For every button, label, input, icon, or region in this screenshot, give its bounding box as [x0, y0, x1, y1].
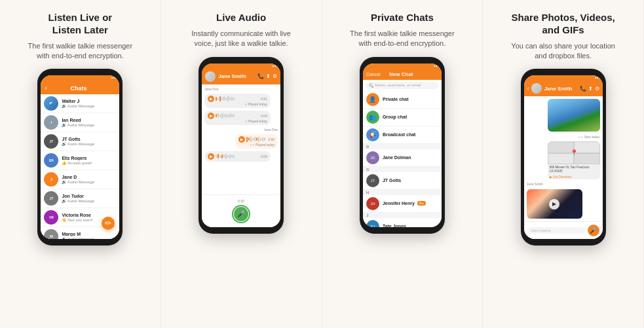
avatar: JT [44, 191, 58, 206]
back-button[interactable]: ‹ [527, 85, 529, 92]
play-button[interactable]: ▶ [208, 96, 214, 102]
chat-item[interactable]: ER Eliz Rogers👍 Sounds great! [41, 151, 119, 170]
avatar: 🌊 [44, 96, 58, 111]
phone-4: ‹ Jane Smith 📞 ⬆ ⚙ ✓✓ Sent today [521, 69, 606, 246]
chat-item[interactable]: JT JT Gotts🔊 Audio Message [41, 132, 119, 151]
avatar: ER [44, 153, 58, 168]
phone-icon[interactable]: 📞 [580, 86, 586, 92]
contact-jane-dolman[interactable]: JD Jane Dolman [363, 149, 442, 167]
chat-item[interactable]: JT Jon Tudor🔊 Audio Message [41, 189, 119, 208]
gear-icon[interactable]: ⚙ [595, 86, 599, 92]
contact-tate-jones[interactable]: TJ Tate Jones [363, 218, 442, 227]
panel-private-desc: The first walkie talkie messenger with e… [350, 29, 455, 49]
audio-messages: Jane Doe ▶ 0:31 ✓ Played today ▶ [202, 84, 280, 194]
status-bar-4 [524, 75, 603, 81]
input-area: Start typing... 🎤 [524, 221, 603, 239]
new-chat-item-broadcast[interactable]: 📢 Broadcast chat [363, 126, 442, 144]
mic-button[interactable]: 🎤 [234, 207, 248, 221]
search-bar[interactable]: 🔍 Name, username, or email [366, 82, 439, 89]
cancel-button[interactable]: Cancel [366, 72, 381, 77]
avatar: J [44, 172, 58, 187]
panel-listen: Listen Live or Listen Later The first wa… [0, 0, 161, 328]
phone-3: Cancel New Chat 🔍 Name, username, or ema… [360, 57, 445, 234]
video-play-button[interactable]: ▶ [549, 199, 559, 210]
photos-header: ‹ Jane Smith 📞 ⬆ ⚙ [524, 81, 603, 96]
chat-item[interactable]: J Jane D🔊 Audio Message [41, 170, 119, 189]
audio-header: Jane Smith 📞 ⬆ ⚙ [202, 69, 280, 84]
audio-message[interactable]: ▶ 0:31 ✓ Played today [204, 94, 271, 108]
contact-jennifer-henry[interactable]: JH Jennifer Henry Pro [363, 195, 442, 213]
phone-notch-3 [389, 57, 415, 62]
chat-item[interactable]: I Ian Reed🔊 Audio Message [41, 113, 119, 132]
panel-share: Share Photos, Videos, and GIFs You can a… [483, 0, 644, 328]
avatar: I [44, 115, 58, 130]
phone-icon[interactable]: 📞 [257, 73, 264, 79]
panel-listen-title: Listen Live or Listen Later [48, 12, 113, 37]
status-bar-3 [363, 64, 442, 69]
message-input[interactable]: Start typing... [527, 227, 586, 234]
avatar: JT [44, 134, 58, 149]
map-address: 666 Mission St, San Francisco CA 94105 [548, 164, 600, 175]
audio-message-sent[interactable]: ▶ 0:58 ✓✓ Played today [235, 134, 278, 149]
chat-item[interactable]: 🌊 Walter J🔊 Audio Message [41, 94, 119, 113]
phone-notch-4 [550, 69, 577, 74]
contact-jt-gotts[interactable]: JT JT Gotts [363, 172, 442, 190]
contact-avatar [531, 83, 542, 94]
phone-screen-4: ‹ Jane Smith 📞 ⬆ ⚙ ✓✓ Sent today [524, 75, 603, 239]
photo-message [548, 99, 600, 132]
new-chat-header: Cancel New Chat [363, 69, 442, 80]
photo-caption: ✓✓ Sent today [527, 135, 600, 139]
status-bar-1 [41, 75, 119, 81]
header-icons: 📞 ⬆ ⚙ [257, 73, 277, 79]
video-message[interactable]: ▶ [527, 189, 582, 219]
share-icon[interactable]: ⬆ [588, 86, 593, 92]
phone-2: Jane Smith 📞 ⬆ ⚙ Jane Doe ▶ 0:31 [199, 57, 284, 234]
panel-share-title: Share Photos, Videos, and GIFs [512, 12, 615, 37]
panel-listen-desc: The first walkie talkie messenger with e… [28, 41, 133, 62]
panel-private-title: Private Chats [371, 12, 434, 24]
chats-title: Chats [50, 85, 108, 92]
back-icon: ‹ [45, 84, 47, 92]
play-button[interactable]: ▶ [208, 113, 214, 119]
share-icon[interactable]: ⬆ [266, 73, 271, 79]
phone-notch-2 [228, 57, 254, 62]
mic-area: 6:00 🎤 [202, 194, 280, 227]
section-j: J [363, 213, 442, 218]
phone-1: ‹ Chats 🌊 Walter J🔊 Audio Message I Ian … [37, 69, 123, 246]
phone-screen-1: ‹ Chats 🌊 Walter J🔊 Audio Message I Ian … [41, 75, 119, 239]
panel-audio-desc: Instantly communicate with live voice, j… [191, 29, 291, 49]
search-placeholder: Name, username, or email [375, 83, 421, 87]
photo-messages: ✓✓ Sent today 📍 666 Mission St, San Fran… [524, 96, 603, 221]
new-chat-item-group[interactable]: 👥 Group chat [363, 109, 442, 126]
new-chat-list: 👤 Private chat 👥 Group chat 📢 Broadcast … [363, 91, 442, 227]
send-button[interactable]: 🎤 [588, 225, 599, 236]
gear-icon[interactable]: ⚙ [273, 73, 277, 79]
section-d: D [363, 144, 442, 149]
contact-name: Jane Smith [218, 73, 257, 79]
new-chat-title: New Chat [389, 71, 413, 77]
panel-audio-title: Live Audio [216, 12, 266, 24]
phone-screen-2: Jane Smith 📞 ⬆ ⚙ Jane Doe ▶ 0:31 [202, 64, 280, 227]
phone-notch-1 [67, 69, 93, 74]
play-button[interactable]: ▶ [238, 136, 245, 143]
contact-avatar [205, 71, 216, 82]
section-h: H [363, 190, 442, 195]
search-icon: 🔍 [369, 83, 373, 88]
contact-name: Jane Smith [544, 86, 580, 92]
play-button[interactable]: ▶ [208, 153, 214, 160]
mic-ring: 🎤 [232, 205, 250, 223]
status-bar-2 [202, 64, 280, 69]
panel-private: Private Chats The first walkie talkie me… [322, 0, 483, 328]
audio-message[interactable]: ▶ 0:09 ✓ Played today [204, 111, 271, 125]
new-chat-item-private[interactable]: 👤 Private chat [363, 91, 442, 109]
avatar: M [44, 229, 58, 239]
panel-share-desc: You can also share your location and dro… [511, 41, 615, 62]
map-message[interactable]: 📍 666 Mission St, San Francisco CA 94105… [548, 141, 600, 179]
chats-header: ‹ Chats [41, 81, 119, 94]
section-g: G [363, 167, 442, 172]
panel-audio: Live Audio Instantly communicate with li… [161, 0, 322, 328]
audio-message[interactable]: ▶ 0:09 [204, 151, 271, 162]
avatar: VR [44, 210, 58, 225]
header-icons: 📞 ⬆ ⚙ [580, 86, 599, 92]
phone-screen-3: Cancel New Chat 🔍 Name, username, or ema… [363, 64, 442, 227]
